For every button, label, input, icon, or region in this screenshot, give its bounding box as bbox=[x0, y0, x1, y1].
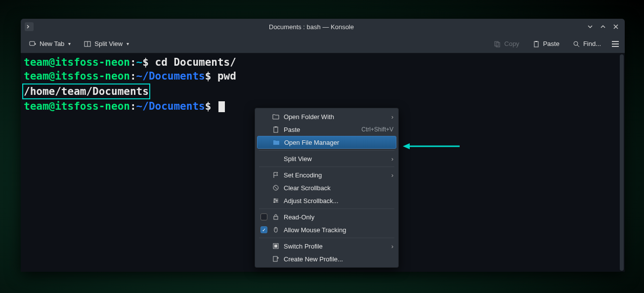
svg-point-7 bbox=[574, 42, 578, 45]
close-button[interactable] bbox=[611, 22, 621, 32]
menu-item-label: Switch Profile bbox=[284, 243, 387, 250]
paste-button[interactable]: Paste bbox=[528, 38, 563, 50]
svg-marker-23 bbox=[403, 143, 410, 149]
window-controls bbox=[585, 22, 621, 32]
menu-item-create-new-profile[interactable]: Create New Profile... bbox=[255, 252, 398, 265]
new-profile-icon bbox=[272, 255, 280, 263]
menu-item-split-view[interactable]: Split View› bbox=[255, 152, 398, 165]
svg-rect-5 bbox=[534, 42, 538, 47]
menu-item-allow-mouse-tracking[interactable]: ✓Allow Mouse Tracking bbox=[255, 223, 398, 236]
minimize-button[interactable] bbox=[585, 22, 595, 32]
chevron-right-icon: › bbox=[391, 155, 393, 163]
menu-separator bbox=[259, 150, 394, 151]
svg-rect-9 bbox=[274, 127, 278, 132]
svg-point-13 bbox=[274, 199, 276, 200]
hamburger-menu[interactable] bbox=[610, 39, 621, 49]
menu-item-label: Clear Scrollback bbox=[284, 184, 393, 192]
terminal-line: team@itsfoss-neon:~/Documents$ pwd bbox=[24, 69, 622, 83]
menu-item-label: Split View bbox=[284, 155, 387, 163]
context-menu: Open Folder With›PasteCtrl+Shift+VOpen F… bbox=[255, 108, 399, 268]
menu-item-label: Open Folder With bbox=[284, 113, 387, 121]
paste-label: Paste bbox=[543, 40, 559, 47]
menu-item-label: Set Encoding bbox=[284, 171, 387, 179]
menu-item-clear-scrollback[interactable]: Clear Scrollback bbox=[255, 181, 398, 194]
menu-separator bbox=[259, 209, 394, 209]
scrollbar[interactable] bbox=[620, 54, 624, 271]
find-button[interactable]: Find... bbox=[568, 38, 605, 50]
terminal-output: /home/team/Documents bbox=[24, 84, 622, 99]
paste-icon bbox=[532, 40, 540, 48]
chevron-down-icon: ▾ bbox=[68, 41, 71, 46]
menu-separator bbox=[259, 238, 394, 238]
svg-rect-6 bbox=[535, 41, 537, 42]
maximize-button[interactable] bbox=[598, 22, 608, 32]
blank-icon bbox=[272, 155, 280, 163]
split-view-label: Split View bbox=[94, 40, 123, 47]
svg-line-8 bbox=[577, 45, 579, 47]
svg-point-15 bbox=[274, 202, 275, 203]
menu-item-open-folder-with[interactable]: Open Folder With› bbox=[255, 110, 398, 123]
menu-item-label: Adjust Scrollback... bbox=[284, 197, 393, 205]
svg-rect-20 bbox=[274, 245, 277, 248]
menu-item-adjust-scrollback[interactable]: Adjust Scrollback... bbox=[255, 194, 398, 207]
menu-item-label: Open File Manager bbox=[284, 139, 393, 146]
menu-checkbox: ✓ bbox=[260, 226, 268, 233]
new-tab-label: New Tab bbox=[40, 40, 64, 47]
new-tab-button[interactable]: New Tab ▾ bbox=[25, 38, 75, 50]
chevron-right-icon: › bbox=[391, 171, 393, 179]
copy-button[interactable]: Copy bbox=[489, 38, 523, 50]
folder-open-icon bbox=[272, 113, 280, 121]
menu-separator bbox=[259, 167, 394, 167]
mouse-icon bbox=[272, 226, 280, 234]
clear-icon bbox=[272, 184, 280, 192]
svg-rect-21 bbox=[273, 256, 277, 261]
adjust-icon bbox=[272, 197, 280, 205]
copy-label: Copy bbox=[504, 40, 519, 47]
chevron-right-icon: › bbox=[391, 243, 393, 250]
window-title: Documents : bash — Konsole bbox=[38, 23, 585, 31]
menu-item-set-encoding[interactable]: Set Encoding› bbox=[255, 168, 398, 181]
menu-item-label: Allow Mouse Tracking bbox=[284, 226, 393, 234]
svg-rect-0 bbox=[30, 42, 35, 45]
terminal-cursor bbox=[218, 101, 225, 112]
menu-item-read-only[interactable]: Read-Only bbox=[255, 210, 398, 223]
search-icon bbox=[572, 40, 580, 48]
menu-item-label: Read-Only bbox=[284, 213, 393, 221]
app-icon bbox=[25, 22, 34, 31]
svg-line-12 bbox=[274, 186, 277, 189]
profile-icon bbox=[272, 242, 280, 250]
paste-icon bbox=[272, 126, 280, 133]
titlebar[interactable]: Documents : bash — Konsole bbox=[21, 19, 625, 35]
menu-shortcut: Ctrl+Shift+V bbox=[361, 126, 393, 133]
svg-point-14 bbox=[276, 200, 278, 202]
menu-item-switch-profile[interactable]: Switch Profile› bbox=[255, 240, 398, 252]
menu-item-label: Paste bbox=[284, 126, 351, 133]
new-tab-icon bbox=[29, 40, 37, 48]
split-view-button[interactable]: Split View ▾ bbox=[80, 38, 133, 50]
menu-item-open-file-manager[interactable]: Open File Manager bbox=[257, 136, 396, 149]
annotation-arrow bbox=[403, 141, 462, 151]
toolbar: New Tab ▾ Split View ▾ Copy Paste bbox=[21, 35, 625, 53]
folder-icon bbox=[272, 138, 280, 146]
split-view-icon bbox=[84, 40, 91, 48]
chevron-down-icon: ▾ bbox=[127, 41, 129, 46]
flag-icon bbox=[272, 171, 280, 179]
svg-rect-10 bbox=[275, 126, 277, 127]
highlighted-output: /home/team/Documents bbox=[22, 84, 150, 99]
copy-icon bbox=[493, 40, 501, 48]
terminal-line: team@itsfoss-neon:~$ cd Documents/ bbox=[24, 55, 622, 69]
find-label: Find... bbox=[583, 40, 601, 47]
menu-item-paste[interactable]: PasteCtrl+Shift+V bbox=[255, 123, 398, 136]
menu-checkbox bbox=[260, 213, 268, 220]
lock-icon bbox=[272, 213, 280, 221]
menu-item-label: Create New Profile... bbox=[284, 255, 393, 263]
svg-rect-16 bbox=[274, 216, 278, 219]
chevron-right-icon: › bbox=[391, 113, 393, 121]
